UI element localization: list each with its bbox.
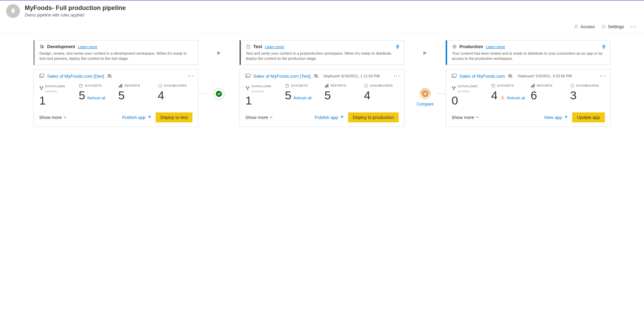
svg-point-39: [492, 84, 495, 85]
metric-dataflows: DATAFLOWS (preview) 1: [39, 84, 74, 106]
metric-label: REPORTS: [124, 84, 140, 87]
workspace-card-dev: Sales of MyFoods.com [Dev] ⋮ DATAFLOWS (…: [33, 69, 198, 127]
svg-rect-21: [247, 74, 250, 77]
metric-datasets: DATASETS 5 Refresh all: [79, 84, 113, 106]
metric-value: 1: [39, 95, 46, 106]
metric-sublabel: (preview): [252, 90, 264, 93]
stage-header-development: Development Learn more Design, review, a…: [33, 40, 198, 65]
workspace-link[interactable]: Sales of MyFoods.com [Dev]: [47, 74, 104, 79]
workspace-card: Sales of MyFoods.com [Dev] ⋮ DATAFLOWS (…: [33, 69, 198, 127]
stage-title: Production: [459, 44, 483, 49]
svg-point-10: [108, 74, 110, 76]
access-button[interactable]: Access: [574, 24, 595, 29]
update-app-button[interactable]: Update app: [572, 112, 605, 122]
learn-more-link[interactable]: Learn more: [78, 45, 97, 49]
workspace-access-icon[interactable]: [313, 74, 319, 79]
card-more-icon[interactable]: ⋮: [394, 73, 400, 80]
svg-rect-30: [327, 84, 328, 88]
deploy-to-production-button[interactable]: Deploy to production: [348, 112, 399, 122]
svg-rect-3: [40, 47, 41, 48]
metric-reports: REPORTS 5: [324, 84, 359, 106]
reports-icon: [531, 84, 535, 88]
metric-value: 1: [245, 95, 252, 106]
svg-rect-4: [42, 45, 42, 48]
test-icon: [246, 44, 251, 49]
metric-sublabel: (preview): [45, 90, 58, 93]
metric-datasets: DATASETS 4 ⚠ Refresh all: [491, 84, 526, 106]
svg-rect-24: [246, 87, 247, 88]
workspace-link[interactable]: Sales of MyFoods.com [Test]: [253, 74, 311, 79]
metric-value: 4: [364, 89, 370, 101]
svg-rect-2: [40, 45, 41, 46]
svg-point-11: [110, 75, 111, 76]
svg-rect-5: [43, 46, 44, 48]
refresh-all-link[interactable]: Refresh all: [87, 96, 106, 100]
svg-rect-17: [120, 85, 121, 87]
link-label: Publish app: [315, 115, 338, 120]
access-label: Access: [580, 24, 595, 29]
card-more-icon[interactable]: ⋮: [600, 73, 606, 80]
dashboards-icon: [158, 84, 162, 88]
svg-rect-25: [248, 87, 249, 88]
svg-point-0: [575, 25, 577, 26]
workspace-access-icon[interactable]: [107, 74, 112, 79]
workspace-link[interactable]: Sales of MyFoods.com: [459, 74, 505, 79]
learn-more-link[interactable]: Learn more: [265, 45, 284, 49]
metric-value: 0: [452, 95, 458, 106]
show-more-button[interactable]: Show more: [39, 115, 67, 120]
workspace-card-test: Sales of MyFoods.com [Test] Deployed: 6/…: [240, 69, 404, 127]
external-link-icon: [564, 116, 567, 119]
deployed-timestamp: Deployed: 5/3/2021, 3:23:56 PM: [518, 74, 572, 78]
metric-dataflows: DATAFLOWS (preview) 0: [452, 84, 486, 106]
settings-button[interactable]: Settings: [601, 24, 624, 29]
dashboards-icon: [364, 84, 368, 88]
svg-rect-6: [247, 45, 249, 48]
dataflows-icon: [245, 86, 250, 90]
publish-app-link[interactable]: Publish app: [315, 115, 343, 120]
svg-rect-14: [41, 89, 42, 90]
workspace-card: Sales of MyFoods.com [Test] Deployed: 6/…: [240, 69, 404, 127]
compare-link[interactable]: Compare: [417, 102, 433, 107]
stage-description: Test and verify your content in a prepro…: [246, 51, 399, 61]
learn-more-link[interactable]: Learn more: [486, 45, 505, 49]
deploy-to-test-button[interactable]: Deploy to test: [156, 112, 193, 122]
stage-header-production: Production Learn more Your content has b…: [446, 40, 611, 65]
workspace-icon: [245, 74, 251, 79]
workspace-icon: [39, 74, 44, 79]
refresh-all-link[interactable]: Refresh all: [507, 96, 525, 100]
svg-point-34: [509, 74, 511, 76]
compare-status-ok-icon[interactable]: [213, 88, 225, 100]
metric-value: 5: [118, 89, 125, 101]
deployed-timestamp: Deployed: 6/16/2021, 1:11:02 PM: [323, 74, 380, 78]
svg-rect-12: [40, 87, 41, 88]
view-app-link[interactable]: View app: [544, 115, 567, 120]
metric-sublabel: (preview): [458, 90, 470, 93]
publish-app-link[interactable]: Publish app: [122, 115, 151, 120]
workspace-cards-row: Sales of MyFoods.com [Dev] ⋮ DATAFLOWS (…: [0, 69, 644, 127]
workspace-access-icon[interactable]: [508, 74, 513, 79]
metric-label: REPORTS: [537, 84, 552, 87]
compare-status-diff-icon[interactable]: [419, 88, 431, 100]
link-label: View app: [544, 115, 562, 120]
workspace-card: Sales of MyFoods.com Deployed: 5/3/2021,…: [446, 69, 611, 127]
pipeline-rocket-icon: [6, 4, 20, 18]
metric-value: 3: [570, 89, 577, 101]
deployment-rules-icon[interactable]: [395, 44, 401, 50]
more-options-button[interactable]: ⋯: [630, 23, 637, 30]
svg-rect-36: [452, 87, 453, 88]
metric-value: 4: [158, 89, 164, 101]
chevron-right-icon: ▶: [423, 50, 427, 55]
metric-dashboards: DASHBOARDS 4: [364, 84, 399, 106]
refresh-all-link[interactable]: Refresh all: [293, 96, 312, 100]
link-label: Publish app: [122, 115, 146, 120]
deployment-rules-icon[interactable]: [601, 44, 607, 50]
page-toolbar: Access Settings ⋯: [0, 21, 644, 34]
show-more-button[interactable]: Show more: [245, 115, 273, 120]
chevron-down-icon: [269, 116, 273, 119]
external-link-icon: [340, 116, 343, 119]
compare-gap-2: Compare: [404, 69, 446, 127]
card-more-icon[interactable]: ⋮: [188, 73, 194, 80]
show-more-button[interactable]: Show more: [452, 115, 479, 120]
compare-gap-1: [198, 69, 240, 127]
svg-rect-33: [453, 74, 456, 77]
